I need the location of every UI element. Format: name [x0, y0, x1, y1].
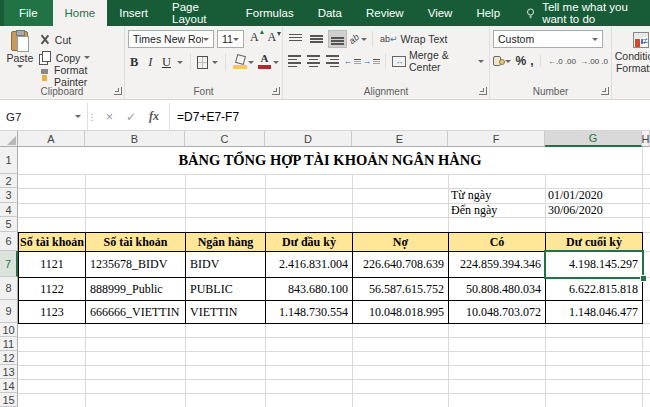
underline-button[interactable]: U	[160, 55, 172, 70]
column-header-B[interactable]: B	[85, 131, 185, 147]
cell-A6[interactable]: Số tài khoản	[18, 232, 86, 252]
cell-D8[interactable]: 843.680.100	[265, 277, 353, 301]
cell-A8[interactable]: 1122	[18, 277, 86, 301]
cell-F8[interactable]: 50.808.480.034	[448, 277, 546, 301]
tab-view[interactable]: View	[416, 0, 465, 26]
row-header-5[interactable]: 5	[0, 217, 18, 232]
font-color-icon[interactable]	[258, 55, 269, 69]
cell-B7[interactable]: 1235678_BIDV	[85, 251, 186, 278]
chevron-down-icon[interactable]	[273, 61, 279, 64]
bottom-align-button[interactable]	[328, 30, 347, 48]
tab-insert[interactable]: Insert	[107, 0, 160, 26]
cell-E7[interactable]: 226.640.708.639	[352, 251, 449, 278]
cell-C6[interactable]: Ngân hàng	[185, 232, 266, 252]
increase-font-size-button[interactable]: A	[247, 30, 262, 48]
tab-formulas[interactable]: Formulas	[234, 0, 306, 26]
tab-review[interactable]: Review	[354, 0, 416, 26]
cell-F4[interactable]: Đến ngày	[448, 203, 545, 217]
tab-file[interactable]: File	[4, 0, 53, 26]
chevron-down-icon[interactable]	[203, 38, 209, 41]
cell-G8[interactable]: 6.622.815.818	[545, 277, 643, 301]
chevron-down-icon[interactable]	[361, 38, 367, 41]
row-header-14[interactable]: 14	[0, 379, 18, 393]
cell-G3[interactable]: 01/01/2020	[545, 188, 642, 203]
fill-color-icon[interactable]	[233, 55, 244, 69]
merge-center-button[interactable]: Merge & Center	[390, 53, 486, 70]
column-header-H[interactable]: H	[642, 131, 650, 147]
row-header-6[interactable]: 6	[0, 232, 18, 251]
row-header-3[interactable]: 3	[0, 188, 18, 203]
cell-G4[interactable]: 30/06/2020	[545, 203, 642, 217]
accounting-format-icon[interactable]	[493, 56, 501, 66]
cell-B8[interactable]: 888999_Public	[85, 277, 186, 301]
clipboard-dialog-launcher-icon[interactable]	[114, 87, 122, 95]
row-header-11[interactable]: 11	[0, 337, 18, 351]
merged-title-cell[interactable]: BẢNG TỔNG HỢP TÀI KHOẢN NGÂN HÀNG	[18, 147, 642, 174]
cell-E9[interactable]: 10.048.018.995	[352, 300, 449, 324]
cell-E6[interactable]: Nợ	[352, 232, 449, 252]
cell-F9[interactable]: 10.048.703.072	[448, 300, 546, 324]
formula-bar-handle[interactable]: ⋮	[88, 103, 96, 130]
cell-G9[interactable]: 1.148.046.477	[545, 300, 643, 324]
chevron-down-icon[interactable]	[177, 61, 183, 64]
cell-C9[interactable]: VIETTIN	[185, 300, 266, 324]
cell-F6[interactable]: Có	[448, 232, 546, 252]
name-box[interactable]: G7	[0, 103, 88, 130]
spreadsheet-grid[interactable]: ABCDEFGH123456789101112131415BẢNG TỔNG H…	[0, 131, 650, 407]
fill-handle[interactable]	[640, 275, 647, 282]
cut-button[interactable]: Cut	[37, 31, 121, 48]
orientation-icon[interactable]	[347, 32, 361, 46]
paste-button[interactable]: Paste	[3, 29, 37, 84]
wrap-text-button[interactable]: Wrap Text	[378, 31, 449, 48]
percent-style-button[interactable]: %	[515, 54, 526, 68]
tab-home[interactable]: Home	[53, 0, 108, 26]
cell-A9[interactable]: 1123	[18, 300, 86, 324]
tab-help[interactable]: Help	[464, 0, 512, 26]
tab-data[interactable]: Data	[306, 0, 354, 26]
cell-D7[interactable]: 2.416.831.004	[265, 251, 353, 278]
chevron-down-icon[interactable]	[505, 60, 511, 63]
row-header-10[interactable]: 10	[0, 323, 18, 337]
tab-page-layout[interactable]: Page Layout	[160, 0, 234, 26]
row-header-9[interactable]: 9	[0, 300, 18, 323]
row-header-4[interactable]: 4	[0, 203, 18, 217]
cell-B9[interactable]: 666666_VIETTIN	[85, 300, 186, 324]
column-header-C[interactable]: C	[185, 131, 265, 147]
formula-input[interactable]: =D7+E7-F7	[170, 103, 650, 130]
font-size-combo[interactable]: 11	[217, 30, 244, 48]
comma-style-button[interactable]: ,	[530, 54, 533, 68]
cell-F7[interactable]: 224.859.394.346	[448, 251, 546, 278]
italic-button[interactable]: I	[144, 55, 156, 70]
tell-me-search[interactable]: Tell me what you want to do	[526, 0, 650, 26]
decrease-indent-icon[interactable]	[344, 56, 361, 66]
chevron-down-icon[interactable]	[84, 56, 90, 59]
font-name-combo[interactable]: Times New Roma	[128, 30, 214, 48]
column-header-D[interactable]: D	[265, 131, 352, 147]
row-header-7[interactable]: 7	[0, 251, 18, 277]
cell-A7[interactable]: 1121	[18, 251, 86, 278]
chevron-down-icon[interactable]	[212, 61, 218, 64]
number-format-combo[interactable]: Custom	[493, 30, 603, 48]
increase-decimal-icon[interactable]	[548, 57, 576, 66]
row-header-8[interactable]: 8	[0, 277, 18, 300]
cell-D9[interactable]: 1.148.730.554	[265, 300, 353, 324]
column-header-F[interactable]: F	[448, 131, 545, 147]
cell-F3[interactable]: Từ ngày	[448, 188, 545, 203]
select-all-button[interactable]	[0, 131, 18, 147]
middle-align-button[interactable]	[307, 30, 326, 48]
alignment-dialog-launcher-icon[interactable]	[479, 87, 487, 95]
chevron-down-icon[interactable]	[478, 60, 484, 63]
row-header-12[interactable]: 12	[0, 351, 18, 365]
cell-G6[interactable]: Dư cuối kỳ	[545, 232, 643, 252]
column-header-E[interactable]: E	[352, 131, 448, 147]
cell-B6[interactable]: Số tài khoản	[85, 232, 186, 252]
font-dialog-launcher-icon[interactable]	[272, 87, 280, 95]
decrease-font-size-button[interactable]: A	[265, 30, 280, 48]
cell-E8[interactable]: 56.587.615.752	[352, 277, 449, 301]
increase-indent-icon[interactable]	[363, 56, 380, 66]
align-left-button[interactable]	[286, 52, 303, 70]
cell-D6[interactable]: Dư đầu kỳ	[265, 232, 353, 252]
row-header-2[interactable]: 2	[0, 174, 18, 188]
enter-icon[interactable]: ✓	[126, 110, 136, 124]
top-align-button[interactable]	[286, 30, 305, 48]
